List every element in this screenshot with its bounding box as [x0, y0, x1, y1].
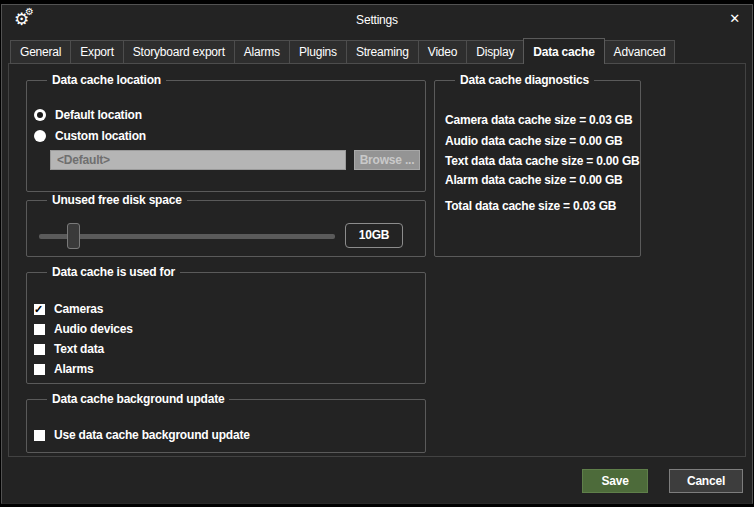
data-cache-tab-page: Data cache location Default location Cus…	[8, 63, 746, 457]
camera-cache-size: Camera data cache size = 0.03 GB	[445, 113, 632, 127]
save-button[interactable]: Save	[582, 469, 648, 493]
unchecked-checkbox-icon[interactable]	[34, 324, 45, 335]
unchecked-checkbox-icon[interactable]	[34, 344, 45, 355]
audio-devices-checkbox-row[interactable]: Audio devices	[34, 322, 133, 336]
custom-location-radio[interactable]: Custom location	[34, 128, 146, 144]
data-cache-used-for-group: Data cache is used for Cameras Audio dev…	[26, 272, 426, 384]
tab-plugins[interactable]: Plugins	[289, 40, 346, 64]
tab-export[interactable]: Export	[70, 40, 122, 64]
checkbox-label: Text data	[54, 342, 104, 356]
tab-display[interactable]: Display	[466, 40, 523, 64]
checkbox-label: Audio devices	[54, 322, 133, 336]
checkbox-label: Alarms	[54, 362, 94, 376]
radio-label: Default location	[55, 108, 142, 122]
radio-unselected-icon[interactable]	[34, 130, 46, 142]
data-cache-diagnostics-group: Data cache diagnostics Camera data cache…	[434, 80, 641, 257]
tab-general[interactable]: General	[10, 40, 70, 64]
unchecked-checkbox-icon[interactable]	[34, 430, 45, 441]
settings-dialog: ⚙ ⚙ Settings ✕ General Export Storyboard…	[0, 0, 754, 507]
disk-space-slider-thumb[interactable]	[67, 223, 80, 249]
unused-free-disk-space-group: Unused free disk space 10GB	[26, 200, 426, 257]
checkbox-label: Cameras	[54, 302, 103, 316]
browse-button[interactable]: Browse ...	[354, 150, 420, 170]
total-cache-size: Total data cache size = 0.03 GB	[445, 199, 616, 213]
settings-window: ⚙ ⚙ Settings ✕ General Export Storyboard…	[1, 4, 753, 504]
text-data-checkbox-row[interactable]: Text data	[34, 342, 104, 356]
close-icon[interactable]: ✕	[729, 12, 740, 26]
tab-alarms[interactable]: Alarms	[234, 40, 289, 64]
disk-space-slider-track[interactable]	[39, 234, 335, 239]
group-title: Data cache diagnostics	[455, 73, 594, 87]
tab-strip: General Export Storyboard export Alarms …	[10, 38, 675, 64]
group-title: Unused free disk space	[47, 193, 187, 207]
data-cache-background-update-group: Data cache background update Use data ca…	[26, 399, 426, 453]
alarm-cache-size: Alarm data cache size = 0.00 GB	[445, 173, 623, 187]
tab-advanced[interactable]: Advanced	[605, 40, 676, 64]
group-title: Data cache is used for	[47, 265, 180, 279]
window-title: Settings	[2, 13, 752, 27]
tab-data-cache[interactable]: Data cache	[523, 38, 604, 64]
group-title: Data cache location	[47, 73, 166, 87]
cancel-button[interactable]: Cancel	[669, 469, 743, 493]
alarms-checkbox-row[interactable]: Alarms	[34, 362, 94, 376]
cache-path-input[interactable]	[50, 150, 346, 170]
audio-cache-size: Audio data cache size = 0.00 GB	[445, 134, 623, 148]
tab-video[interactable]: Video	[418, 40, 466, 64]
disk-space-value: 10GB	[345, 223, 403, 248]
default-location-radio[interactable]: Default location	[34, 107, 142, 123]
data-cache-location-group: Data cache location Default location Cus…	[26, 80, 426, 192]
tab-streaming[interactable]: Streaming	[346, 40, 418, 64]
radio-selected-icon[interactable]	[34, 109, 46, 121]
text-data-cache-size: Text data data cache size = 0.00 GB	[445, 154, 640, 168]
checked-checkbox-icon[interactable]	[34, 304, 45, 315]
checkbox-label: Use data cache background update	[54, 428, 250, 442]
cameras-checkbox-row[interactable]: Cameras	[34, 302, 103, 316]
title-bar[interactable]: ⚙ ⚙ Settings ✕	[2, 5, 752, 35]
use-background-update-checkbox-row[interactable]: Use data cache background update	[34, 428, 250, 442]
tab-storyboard-export[interactable]: Storyboard export	[123, 40, 234, 64]
radio-label: Custom location	[55, 129, 146, 143]
unchecked-checkbox-icon[interactable]	[34, 364, 45, 375]
group-title: Data cache background update	[47, 392, 229, 406]
